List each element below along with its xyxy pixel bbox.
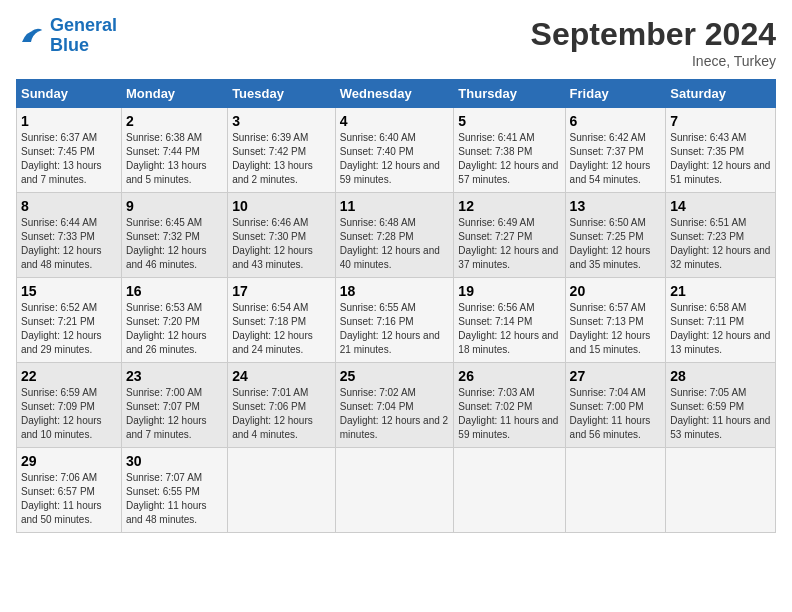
day-info: Sunrise: 6:44 AM Sunset: 7:33 PM Dayligh… (21, 216, 117, 272)
day-info: Sunrise: 7:04 AM Sunset: 7:00 PM Dayligh… (570, 386, 662, 442)
col-header-monday: Monday (121, 80, 227, 108)
calendar-table: SundayMondayTuesdayWednesdayThursdayFrid… (16, 79, 776, 533)
day-info: Sunrise: 6:51 AM Sunset: 7:23 PM Dayligh… (670, 216, 771, 272)
week-row-4: 22 Sunrise: 6:59 AM Sunset: 7:09 PM Dayl… (17, 363, 776, 448)
day-cell: 18 Sunrise: 6:55 AM Sunset: 7:16 PM Dayl… (335, 278, 454, 363)
calendar-header-row: SundayMondayTuesdayWednesdayThursdayFrid… (17, 80, 776, 108)
day-cell: 22 Sunrise: 6:59 AM Sunset: 7:09 PM Dayl… (17, 363, 122, 448)
day-number: 7 (670, 113, 771, 129)
page-header: General Blue September 2024 Inece, Turke… (16, 16, 776, 69)
day-number: 14 (670, 198, 771, 214)
day-info: Sunrise: 6:50 AM Sunset: 7:25 PM Dayligh… (570, 216, 662, 272)
col-header-friday: Friday (565, 80, 666, 108)
day-number: 30 (126, 453, 223, 469)
day-info: Sunrise: 7:02 AM Sunset: 7:04 PM Dayligh… (340, 386, 450, 442)
day-cell: 16 Sunrise: 6:53 AM Sunset: 7:20 PM Dayl… (121, 278, 227, 363)
day-info: Sunrise: 6:52 AM Sunset: 7:21 PM Dayligh… (21, 301, 117, 357)
day-info: Sunrise: 6:42 AM Sunset: 7:37 PM Dayligh… (570, 131, 662, 187)
day-cell (666, 448, 776, 533)
day-number: 13 (570, 198, 662, 214)
day-number: 4 (340, 113, 450, 129)
day-info: Sunrise: 6:58 AM Sunset: 7:11 PM Dayligh… (670, 301, 771, 357)
day-cell: 9 Sunrise: 6:45 AM Sunset: 7:32 PM Dayli… (121, 193, 227, 278)
day-cell: 25 Sunrise: 7:02 AM Sunset: 7:04 PM Dayl… (335, 363, 454, 448)
day-cell: 23 Sunrise: 7:00 AM Sunset: 7:07 PM Dayl… (121, 363, 227, 448)
day-info: Sunrise: 6:49 AM Sunset: 7:27 PM Dayligh… (458, 216, 560, 272)
day-number: 5 (458, 113, 560, 129)
day-number: 27 (570, 368, 662, 384)
day-info: Sunrise: 6:45 AM Sunset: 7:32 PM Dayligh… (126, 216, 223, 272)
logo: General Blue (16, 16, 117, 56)
day-cell: 1 Sunrise: 6:37 AM Sunset: 7:45 PM Dayli… (17, 108, 122, 193)
location: Inece, Turkey (531, 53, 776, 69)
day-cell: 19 Sunrise: 6:56 AM Sunset: 7:14 PM Dayl… (454, 278, 565, 363)
day-number: 1 (21, 113, 117, 129)
col-header-wednesday: Wednesday (335, 80, 454, 108)
day-cell: 7 Sunrise: 6:43 AM Sunset: 7:35 PM Dayli… (666, 108, 776, 193)
day-cell: 17 Sunrise: 6:54 AM Sunset: 7:18 PM Dayl… (228, 278, 336, 363)
day-cell (335, 448, 454, 533)
day-cell: 28 Sunrise: 7:05 AM Sunset: 6:59 PM Dayl… (666, 363, 776, 448)
day-cell: 3 Sunrise: 6:39 AM Sunset: 7:42 PM Dayli… (228, 108, 336, 193)
day-cell: 21 Sunrise: 6:58 AM Sunset: 7:11 PM Dayl… (666, 278, 776, 363)
day-info: Sunrise: 6:37 AM Sunset: 7:45 PM Dayligh… (21, 131, 117, 187)
day-info: Sunrise: 6:56 AM Sunset: 7:14 PM Dayligh… (458, 301, 560, 357)
day-cell: 14 Sunrise: 6:51 AM Sunset: 7:23 PM Dayl… (666, 193, 776, 278)
col-header-saturday: Saturday (666, 80, 776, 108)
logo-line1: General (50, 15, 117, 35)
day-number: 25 (340, 368, 450, 384)
week-row-2: 8 Sunrise: 6:44 AM Sunset: 7:33 PM Dayli… (17, 193, 776, 278)
day-cell: 5 Sunrise: 6:41 AM Sunset: 7:38 PM Dayli… (454, 108, 565, 193)
day-info: Sunrise: 6:57 AM Sunset: 7:13 PM Dayligh… (570, 301, 662, 357)
day-number: 17 (232, 283, 331, 299)
col-header-thursday: Thursday (454, 80, 565, 108)
day-number: 21 (670, 283, 771, 299)
day-info: Sunrise: 6:39 AM Sunset: 7:42 PM Dayligh… (232, 131, 331, 187)
day-number: 28 (670, 368, 771, 384)
day-number: 26 (458, 368, 560, 384)
day-number: 24 (232, 368, 331, 384)
day-cell: 24 Sunrise: 7:01 AM Sunset: 7:06 PM Dayl… (228, 363, 336, 448)
week-row-5: 29 Sunrise: 7:06 AM Sunset: 6:57 PM Dayl… (17, 448, 776, 533)
day-info: Sunrise: 6:54 AM Sunset: 7:18 PM Dayligh… (232, 301, 331, 357)
day-cell: 26 Sunrise: 7:03 AM Sunset: 7:02 PM Dayl… (454, 363, 565, 448)
day-info: Sunrise: 7:06 AM Sunset: 6:57 PM Dayligh… (21, 471, 117, 527)
day-info: Sunrise: 6:41 AM Sunset: 7:38 PM Dayligh… (458, 131, 560, 187)
day-number: 6 (570, 113, 662, 129)
day-number: 10 (232, 198, 331, 214)
day-number: 15 (21, 283, 117, 299)
month-title: September 2024 (531, 16, 776, 53)
day-info: Sunrise: 6:53 AM Sunset: 7:20 PM Dayligh… (126, 301, 223, 357)
col-header-tuesday: Tuesday (228, 80, 336, 108)
day-number: 19 (458, 283, 560, 299)
day-info: Sunrise: 7:00 AM Sunset: 7:07 PM Dayligh… (126, 386, 223, 442)
day-info: Sunrise: 6:38 AM Sunset: 7:44 PM Dayligh… (126, 131, 223, 187)
day-info: Sunrise: 7:03 AM Sunset: 7:02 PM Dayligh… (458, 386, 560, 442)
day-info: Sunrise: 6:55 AM Sunset: 7:16 PM Dayligh… (340, 301, 450, 357)
day-number: 8 (21, 198, 117, 214)
day-cell: 6 Sunrise: 6:42 AM Sunset: 7:37 PM Dayli… (565, 108, 666, 193)
day-number: 16 (126, 283, 223, 299)
col-header-sunday: Sunday (17, 80, 122, 108)
day-number: 29 (21, 453, 117, 469)
week-row-1: 1 Sunrise: 6:37 AM Sunset: 7:45 PM Dayli… (17, 108, 776, 193)
day-cell: 13 Sunrise: 6:50 AM Sunset: 7:25 PM Dayl… (565, 193, 666, 278)
day-number: 9 (126, 198, 223, 214)
day-info: Sunrise: 6:40 AM Sunset: 7:40 PM Dayligh… (340, 131, 450, 187)
day-cell: 11 Sunrise: 6:48 AM Sunset: 7:28 PM Dayl… (335, 193, 454, 278)
day-number: 20 (570, 283, 662, 299)
day-number: 11 (340, 198, 450, 214)
day-number: 12 (458, 198, 560, 214)
day-cell (565, 448, 666, 533)
day-info: Sunrise: 7:07 AM Sunset: 6:55 PM Dayligh… (126, 471, 223, 527)
day-cell: 10 Sunrise: 6:46 AM Sunset: 7:30 PM Dayl… (228, 193, 336, 278)
day-info: Sunrise: 6:48 AM Sunset: 7:28 PM Dayligh… (340, 216, 450, 272)
day-cell: 30 Sunrise: 7:07 AM Sunset: 6:55 PM Dayl… (121, 448, 227, 533)
week-row-3: 15 Sunrise: 6:52 AM Sunset: 7:21 PM Dayl… (17, 278, 776, 363)
day-cell: 4 Sunrise: 6:40 AM Sunset: 7:40 PM Dayli… (335, 108, 454, 193)
logo-text-block: General Blue (50, 16, 117, 56)
day-cell (228, 448, 336, 533)
day-number: 2 (126, 113, 223, 129)
day-cell: 2 Sunrise: 6:38 AM Sunset: 7:44 PM Dayli… (121, 108, 227, 193)
day-cell (454, 448, 565, 533)
